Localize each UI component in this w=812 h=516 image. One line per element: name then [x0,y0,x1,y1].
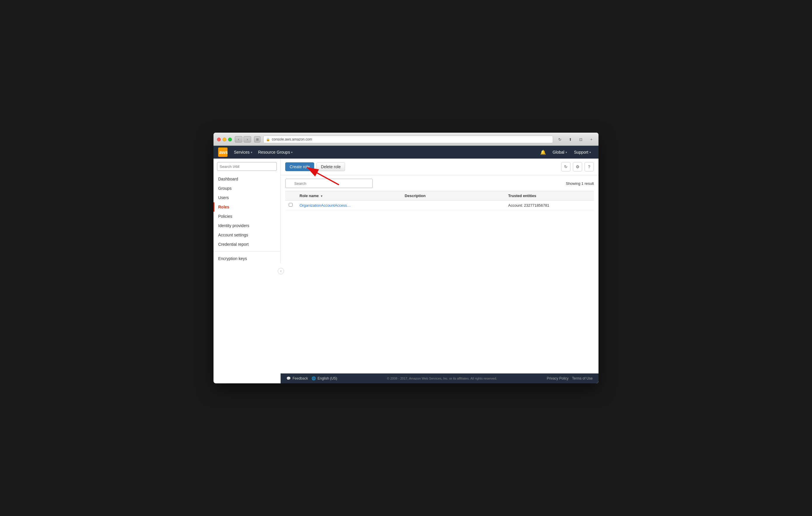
resource-groups-chevron: ▾ [291,151,293,154]
language-label: English (US) [318,376,337,381]
lock-icon: 🔒 [266,138,270,142]
footer-left: 💬 Feedback 🌐 English (US) [286,376,337,381]
description-cell [401,201,505,210]
footer-right: Privacy Policy Terms of Use [547,376,593,381]
sidebar-item-policies[interactable]: Policies [213,212,280,221]
support-menu[interactable]: Support ▾ [571,146,594,159]
search-bar-row: 🔍 Showing 1 result [285,179,594,188]
terms-of-use-link[interactable]: Terms of Use [572,376,593,381]
nav-buttons: ‹ › [235,136,251,143]
search-iam-input[interactable] [217,162,277,171]
sidebar-item-encryption-keys[interactable]: Encryption keys [213,254,280,263]
browser-chrome: ‹ › ⊞ 🔒 console.aws.amazon.com ↻ ⬆ ⊡ ＋ [213,133,599,146]
address-bar[interactable]: 🔒 console.aws.amazon.com [263,135,553,143]
table-row: OrganizationAccountAccess… Account: 2327… [285,201,594,210]
traffic-lights [217,138,232,142]
notifications-button[interactable]: 🔔 [538,146,548,159]
services-menu[interactable]: Services ▾ [231,146,255,159]
url-text: console.aws.amazon.com [272,137,312,142]
support-chevron: ▾ [589,151,591,154]
col-header-description: Description [401,191,505,201]
aws-topnav: aws Services ▾ Resource Groups ▾ 🔔 Globa… [213,146,599,159]
create-role-button[interactable]: Create role [285,162,314,171]
tab-button[interactable]: ⊞ [254,136,260,143]
sidebar-search-wrapper [213,159,280,174]
close-button[interactable] [217,138,221,142]
table-area: 🔍 Showing 1 result Role name ▾ [281,175,599,373]
roles-table: Role name ▾ Description Trusted entities [285,191,594,210]
maximize-button[interactable] [228,138,232,142]
forward-button[interactable]: › [243,136,251,143]
main-layout: Dashboard Groups Users Roles Policies [213,159,599,383]
table-body: OrganizationAccountAccess… Account: 2327… [285,201,594,210]
sidebar-item-dashboard[interactable]: Dashboard [213,174,280,184]
sidebar-item-identity-providers[interactable]: Identity providers [213,221,280,230]
support-label: Support [574,150,588,154]
sidebar-item-users[interactable]: Users [213,193,280,202]
region-chevron: ▾ [566,151,567,154]
resource-groups-menu[interactable]: Resource Groups ▾ [255,146,296,159]
share-button[interactable]: ⬆ [567,136,574,143]
delete-role-button[interactable]: Delete role [316,162,345,171]
sidebar: Dashboard Groups Users Roles Policies [213,159,281,263]
svg-text:aws: aws [219,150,228,155]
back-button[interactable]: ‹ [235,136,242,143]
row-checkbox-cell [285,201,296,210]
services-chevron: ▾ [251,151,252,154]
result-count: Showing 1 result [566,181,594,186]
trusted-entities-cell: Account: 232771856781 [504,201,594,210]
language-selector[interactable]: 🌐 English (US) [312,376,337,381]
tab-grid-button[interactable]: ⊡ [577,136,584,143]
col-header-checkbox [285,191,296,201]
col-header-role-name[interactable]: Role name ▾ [296,191,401,201]
resource-groups-label: Resource Groups [258,150,290,154]
settings-button[interactable]: ⚙ [573,162,582,172]
aws-logo: aws [218,148,228,157]
sort-icon: ▾ [321,194,322,198]
search-wrapper: 🔍 [285,179,373,188]
content-toolbar: Create role Delete role ↻ ⚙ ? [281,159,599,175]
help-button[interactable]: ? [584,162,594,172]
feedback-button[interactable]: 💬 Feedback [286,376,308,381]
sidebar-item-roles[interactable]: Roles [213,202,280,212]
footer: 💬 Feedback 🌐 English (US) © 2008 - 2017,… [281,373,599,383]
feedback-label: Feedback [293,376,308,381]
sidebar-item-credential-report[interactable]: Credential report [213,240,280,249]
sidebar-wrapper: Dashboard Groups Users Roles Policies [213,159,281,383]
refresh-button[interactable]: ↻ [561,162,571,172]
table-search-input[interactable] [285,179,373,188]
region-menu[interactable]: Global ▾ [550,146,570,159]
sidebar-item-groups[interactable]: Groups [213,184,280,193]
services-label: Services [234,150,250,154]
region-label: Global [552,150,564,154]
sidebar-item-account-settings[interactable]: Account settings [213,230,280,240]
globe-icon: 🌐 [312,376,316,381]
minimize-button[interactable] [223,138,226,142]
sidebar-nav: Dashboard Groups Users Roles Policies [213,174,280,263]
privacy-policy-link[interactable]: Privacy Policy [547,376,569,381]
footer-copyright: © 2008 - 2017, Amazon Web Services, Inc.… [342,377,542,380]
feedback-icon: 💬 [286,376,291,381]
col-header-trusted-entities: Trusted entities [504,191,594,201]
role-name-cell: OrganizationAccountAccess… [296,201,401,210]
table-header: Role name ▾ Description Trusted entities [285,191,594,201]
new-tab-button[interactable]: ＋ [587,136,595,143]
content-area: Create role Delete role ↻ ⚙ ? [281,159,599,383]
row-checkbox[interactable] [289,203,293,207]
role-name-link[interactable]: OrganizationAccountAccess… [299,203,351,208]
reload-button[interactable]: ↻ [556,136,563,143]
